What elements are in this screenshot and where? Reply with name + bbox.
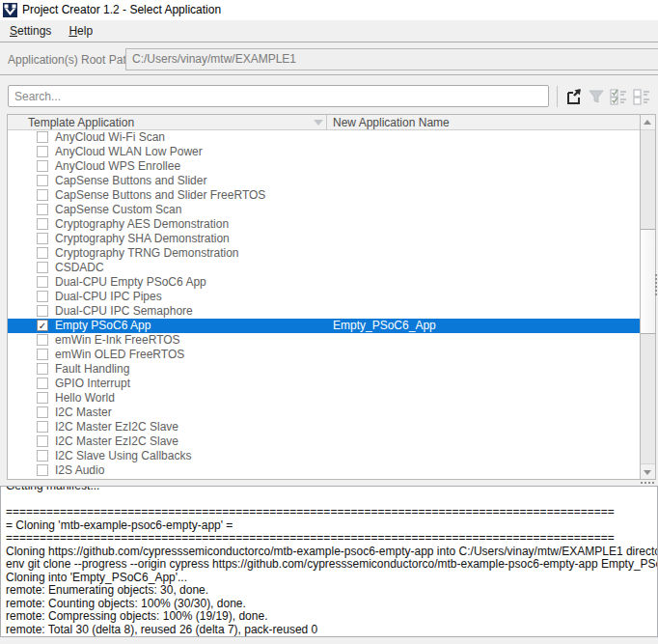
row-checkbox[interactable] (37, 378, 48, 389)
triangle-up-icon (644, 120, 651, 125)
row-checkbox[interactable] (37, 450, 48, 462)
row-checkbox[interactable] (37, 334, 48, 346)
root-path-field: C:/Users/vinay/mtw/EXAMPLE1 (125, 48, 658, 70)
row-checkbox[interactable] (37, 146, 48, 157)
table-row[interactable]: CapSense Buttons and Slider FreeRTOS (8, 188, 640, 203)
row-checkbox[interactable] (37, 363, 48, 375)
table-row[interactable]: emWin E-Ink FreeRTOS (8, 333, 640, 348)
table-row[interactable]: Hello World (8, 391, 640, 406)
triangle-down-icon (644, 470, 651, 475)
table-row[interactable]: Cryptography SHA Demonstration (8, 232, 640, 246)
table-row[interactable]: Dual-CPU Empty PSoC6 App (8, 275, 640, 290)
row-checkbox[interactable] (37, 131, 48, 143)
vertical-scrollbar[interactable] (640, 114, 656, 480)
table-row[interactable]: I2C Master EzI2C Slave (8, 420, 640, 434)
sort-indicator-icon (314, 120, 323, 126)
row-checkbox[interactable] (37, 349, 48, 360)
vertical-splitter-handle[interactable] (655, 274, 657, 297)
row-checkbox[interactable] (37, 421, 48, 433)
row-checkbox[interactable] (37, 160, 48, 172)
row-checkbox[interactable] (37, 218, 48, 230)
table-row[interactable]: I2C Master EzI2C Slave (8, 434, 640, 449)
row-checkbox[interactable] (37, 392, 48, 404)
table-row[interactable]: Dual-CPU IPC Semaphore (8, 304, 640, 319)
separator (0, 74, 658, 75)
root-path-label: Application(s) Root Path: (8, 53, 136, 67)
template-name: AnyCloud Wi-Fi Scan (55, 130, 165, 145)
app-logo-icon (3, 3, 17, 17)
table-row[interactable]: CapSense Custom Scan (8, 203, 640, 217)
template-name: Fault Handling (55, 362, 129, 377)
table-row[interactable]: Cryptography AES Demonstration (8, 217, 640, 232)
column-header-new-application-name[interactable]: New Application Name (333, 116, 450, 129)
template-name: I2S Audio (55, 463, 104, 478)
scroll-up-button[interactable] (641, 115, 655, 130)
template-name: emWin E-Ink FreeRTOS (55, 333, 180, 348)
row-checkbox[interactable] (37, 175, 48, 186)
table-row[interactable]: Dual-CPU IPC Pipes (8, 290, 640, 304)
select-all-icon[interactable] (609, 87, 628, 106)
row-checkbox[interactable] (37, 464, 48, 476)
scrollbar-thumb[interactable] (641, 229, 655, 334)
table-row[interactable]: AnyCloud WLAN Low Power (8, 145, 640, 159)
row-checkbox[interactable] (37, 276, 48, 288)
template-table: Template Application New Application Nam… (7, 114, 641, 480)
table-row[interactable]: ✓Empty PSoC6 AppEmpty_PSoC6_App (8, 319, 640, 333)
column-divider[interactable] (326, 115, 327, 130)
template-name: Cryptography SHA Demonstration (55, 232, 230, 246)
table-header[interactable]: Template Application New Application Nam… (8, 115, 640, 130)
log-panel[interactable]: Getting manifest... ====================… (0, 486, 658, 637)
template-name: AnyCloud WLAN Low Power (55, 145, 203, 159)
template-name: Dual-CPU IPC Semaphore (55, 304, 193, 319)
table-row[interactable]: AnyCloud WPS Enrollee (8, 159, 640, 174)
row-checkbox[interactable] (37, 189, 48, 201)
template-name: Dual-CPU IPC Pipes (55, 290, 162, 304)
import-icon[interactable] (564, 87, 584, 106)
row-checkbox[interactable] (37, 406, 48, 418)
template-name: Cryptography AES Demonstration (55, 217, 229, 232)
template-name: I2C Slave Using Callbacks (55, 449, 191, 463)
template-name: emWin OLED FreeRTOS (55, 348, 184, 362)
filter-icon[interactable] (587, 87, 606, 106)
template-name: I2C Master EzI2C Slave (55, 434, 178, 449)
table-row[interactable]: I2C Slave Using Callbacks (8, 449, 640, 463)
row-checkbox[interactable] (37, 247, 48, 259)
row-checkbox[interactable] (37, 233, 48, 244)
table-row[interactable]: AnyCloud Wi-Fi Scan (8, 130, 640, 145)
row-checkbox[interactable] (37, 262, 48, 273)
menu-settings[interactable]: Settings (2, 20, 59, 38)
template-table-body: AnyCloud Wi-Fi ScanAnyCloud WLAN Low Pow… (8, 130, 640, 479)
table-row[interactable]: Cryptography TRNG Demonstration (8, 246, 640, 261)
template-name: AnyCloud WPS Enrollee (55, 159, 180, 174)
template-name: CapSense Buttons and Slider FreeRTOS (55, 188, 265, 203)
template-name: CapSense Custom Scan (55, 203, 181, 217)
template-name: I2C Master EzI2C Slave (55, 420, 178, 434)
menu-help[interactable]: Help (61, 20, 100, 38)
row-checkbox[interactable] (37, 435, 48, 447)
new-application-name: Empty_PSoC6_App (333, 319, 436, 333)
table-row[interactable]: CSDADC (8, 261, 640, 275)
table-row[interactable]: emWin OLED FreeRTOS (8, 348, 640, 362)
deselect-all-icon[interactable] (632, 87, 651, 106)
template-name: Dual-CPU Empty PSoC6 App (55, 275, 206, 290)
table-row[interactable]: I2S Audio (8, 463, 640, 478)
row-checkbox[interactable] (37, 204, 48, 215)
scroll-down-button[interactable] (641, 463, 655, 479)
column-header-template-application[interactable]: Template Application (28, 116, 134, 129)
table-row[interactable]: Fault Handling (8, 362, 640, 377)
template-name: I2C Master (55, 406, 112, 420)
toolbar-separator (557, 86, 558, 107)
row-checkbox-checked[interactable]: ✓ (37, 320, 48, 331)
menu-bar: SettingsHelp (0, 20, 658, 42)
search-input[interactable] (8, 85, 549, 107)
log-text: Getting manifest... ====================… (1, 486, 657, 636)
row-checkbox[interactable] (37, 305, 48, 317)
template-name: Empty PSoC6 App (55, 319, 151, 333)
row-checkbox[interactable] (37, 291, 48, 302)
template-name: Hello World (55, 391, 115, 406)
table-row[interactable]: GPIO Interrupt (8, 377, 640, 391)
table-row[interactable]: I2C Master (8, 406, 640, 420)
table-row[interactable]: CapSense Buttons and Slider (8, 174, 640, 188)
template-name: Cryptography TRNG Demonstration (55, 246, 239, 261)
template-name: CapSense Buttons and Slider (55, 174, 206, 188)
